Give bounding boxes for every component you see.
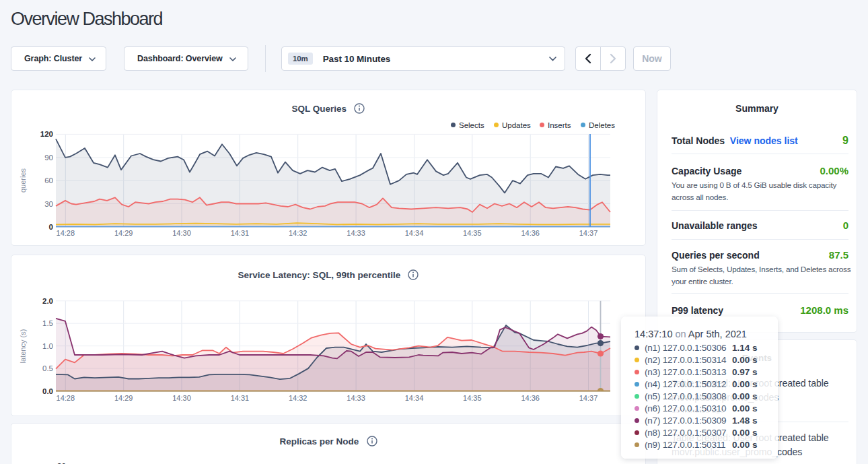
svg-text:14:28: 14:28 — [57, 229, 75, 237]
svg-text:14:28: 14:28 — [57, 394, 75, 402]
svg-text:14:33: 14:33 — [347, 229, 365, 237]
svg-text:14:35: 14:35 — [463, 394, 482, 402]
svg-text:latency (s): latency (s) — [19, 329, 27, 364]
svg-text:14:36: 14:36 — [521, 229, 540, 237]
svg-text:queries: queries — [19, 168, 27, 193]
svg-text:2.0: 2.0 — [42, 297, 53, 305]
svg-text:14:36: 14:36 — [521, 394, 540, 402]
svg-text:14:32: 14:32 — [289, 394, 308, 402]
svg-text:1.5: 1.5 — [42, 319, 53, 327]
svg-text:14:29: 14:29 — [114, 229, 133, 237]
svg-text:14:37: 14:37 — [579, 229, 598, 237]
svg-text:14:31: 14:31 — [231, 229, 250, 237]
svg-text:14:30: 14:30 — [172, 229, 191, 237]
svg-text:14:33: 14:33 — [347, 394, 365, 402]
svg-text:14:32: 14:32 — [289, 229, 308, 237]
svg-text:1.0: 1.0 — [42, 342, 53, 350]
svg-text:0.0: 0.0 — [42, 387, 53, 395]
svg-text:14:35: 14:35 — [463, 229, 482, 237]
svg-text:14:37: 14:37 — [579, 394, 598, 402]
svg-text:14:30: 14:30 — [172, 394, 191, 402]
svg-text:0: 0 — [49, 223, 53, 231]
svg-text:14:34: 14:34 — [405, 394, 424, 402]
svg-text:60: 60 — [44, 176, 53, 185]
svg-text:120: 120 — [40, 130, 53, 138]
svg-text:14:31: 14:31 — [231, 394, 250, 402]
svg-text:14:29: 14:29 — [114, 394, 133, 402]
svg-text:0.5: 0.5 — [42, 364, 53, 372]
svg-text:30: 30 — [44, 200, 53, 208]
svg-text:14:34: 14:34 — [405, 229, 424, 237]
svg-text:90: 90 — [44, 154, 53, 162]
